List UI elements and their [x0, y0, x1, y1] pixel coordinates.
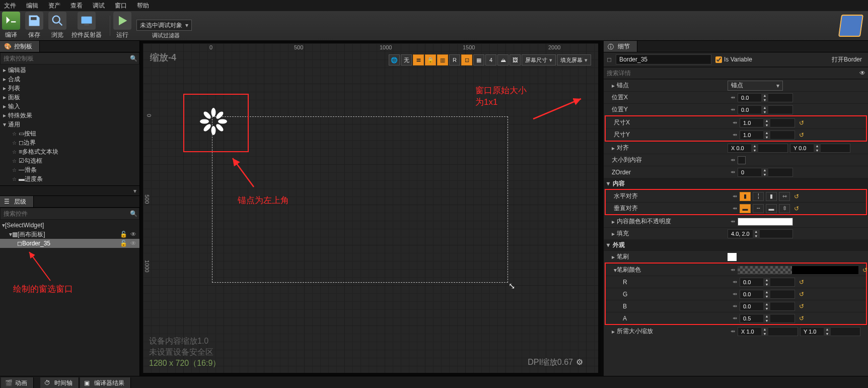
sizey-input[interactable]: 1.0▲▼ — [740, 131, 795, 140]
pin-icon[interactable]: ⇴ — [730, 132, 740, 138]
pin-icon[interactable]: ⇴ — [730, 315, 740, 321]
item-progress[interactable]: ☆▬ 进度条 — [0, 174, 139, 183]
menu-file[interactable]: 文件 — [4, 2, 16, 10]
content-color-swatch[interactable] — [738, 218, 793, 226]
vp-snap-button[interactable]: ▥ — [437, 54, 448, 66]
reset-icon[interactable]: ↺ — [799, 119, 804, 126]
eye-icon[interactable]: 👁 — [130, 231, 136, 238]
compiler-tab[interactable]: ▣编译器结果 — [80, 377, 131, 388]
hierarchy-search-input[interactable] — [1, 210, 128, 217]
run-button[interactable]: 运行 — [113, 12, 131, 39]
anchor-combo[interactable]: 锚点 — [728, 81, 783, 91]
drawscale-y-input[interactable]: Y 1.0▲▼ — [800, 327, 860, 336]
debug-target-combo[interactable]: 未选中调试对象 — [136, 20, 192, 31]
stc-checkbox[interactable] — [738, 156, 746, 164]
eye-icon[interactable]: 👁 — [130, 240, 136, 247]
valign-fill-button[interactable]: ⇳ — [779, 204, 790, 213]
reset-icon[interactable]: ↺ — [799, 291, 804, 298]
vp-r-button[interactable]: R — [449, 54, 460, 66]
lock-icon[interactable]: 🔓 — [120, 240, 127, 247]
pin-icon[interactable]: ⇴ — [730, 205, 740, 212]
halign-left-button[interactable]: ▮ — [740, 192, 751, 201]
brushcolor-swatch[interactable] — [738, 266, 858, 274]
is-variable-checkbox[interactable]: Is Variable — [715, 56, 752, 63]
drawscale-x-input[interactable]: X 1.0▲▼ — [738, 327, 798, 336]
sizex-input[interactable]: 1.0▲▼ — [740, 118, 795, 127]
pin-icon[interactable]: ⇴ — [730, 303, 740, 309]
reflector-button[interactable]: 控件反射器 — [71, 12, 102, 39]
cat-content[interactable]: ▾内容 — [604, 178, 868, 189]
menu-asset[interactable]: 资产 — [48, 2, 60, 10]
valign-bottom-button[interactable]: ▬ — [766, 204, 777, 213]
lock-icon[interactable]: 🔓 — [120, 231, 127, 238]
item-border[interactable]: ☆◻ 边界 — [0, 138, 139, 147]
pin-icon[interactable]: ⇴ — [730, 119, 740, 126]
a-input[interactable]: 0.5▲▼ — [740, 314, 795, 323]
hierarchy-tab[interactable]: ☰ 层级 — [0, 196, 34, 207]
details-tab[interactable]: ⓘ 细节 — [604, 41, 637, 52]
reset-icon[interactable]: ↺ — [799, 315, 804, 322]
brush-swatch[interactable] — [728, 253, 737, 261]
palette-tab[interactable]: 🎨 控制板 — [0, 41, 40, 52]
g-input[interactable]: 0.0▲▼ — [740, 290, 795, 299]
valign-center-button[interactable]: ╌ — [753, 204, 764, 213]
halign-right-button[interactable]: ▮ — [766, 192, 777, 201]
menu-help[interactable]: 帮助 — [137, 2, 149, 10]
pin-icon[interactable]: ⇴ — [728, 94, 738, 101]
halign-fill-button[interactable]: ⇿ — [779, 192, 790, 201]
menu-window[interactable]: 窗口 — [115, 2, 127, 10]
reset-icon[interactable]: ↺ — [794, 205, 799, 212]
item-slider[interactable]: ☆— 滑条 — [0, 165, 139, 174]
b-input[interactable]: 0.0▲▼ — [740, 302, 795, 311]
item-richtext[interactable]: ☆≡ 多格式文本块 — [0, 147, 139, 156]
aligny-input[interactable]: Y 0.0▲▼ — [790, 144, 850, 153]
widget-name-input[interactable] — [616, 54, 711, 64]
reset-icon[interactable]: ↺ — [862, 267, 867, 274]
vp-grid2-button[interactable]: ▦ — [473, 54, 484, 66]
posx-input[interactable]: 0.0▲▼ — [738, 93, 793, 102]
reset-icon[interactable]: ↺ — [799, 279, 804, 286]
cat-panel[interactable]: ▸面板 — [0, 93, 139, 102]
pin-icon[interactable]: ⇴ — [730, 193, 740, 200]
pin-icon[interactable]: ⇴ — [730, 279, 740, 285]
vp-fillscreen-combo[interactable]: 填充屏幕 — [557, 54, 591, 66]
reset-icon[interactable]: ↺ — [799, 303, 804, 310]
vp-grid-button[interactable]: 〓 — [413, 54, 424, 66]
vp-screensize-combo[interactable]: 屏幕尺寸 — [522, 54, 556, 66]
viewport[interactable]: 0 500 1000 1500 2000 0 500 1000 缩放-4 🌐 无… — [143, 43, 598, 373]
vp-nodebug-button[interactable]: 无 — [401, 54, 412, 66]
pin-icon[interactable]: ⇴ — [730, 291, 740, 297]
vp-language-button[interactable]: 🌐 — [389, 54, 400, 66]
vp-clip-button[interactable]: ⛰ — [497, 54, 509, 66]
menu-edit[interactable]: 编辑 — [26, 2, 38, 10]
cat-appear[interactable]: ▾外观 — [604, 239, 868, 250]
vp-number-button[interactable]: 4 — [485, 54, 496, 66]
alignx-input[interactable]: X 0.0▲▼ — [728, 144, 788, 153]
vp-image-button[interactable]: 🖼 — [510, 54, 521, 66]
browse-button[interactable]: 浏览 — [48, 12, 66, 39]
save-button[interactable]: 保存 — [25, 12, 43, 39]
item-button[interactable]: ☆▭ 按钮 — [0, 129, 139, 138]
pin-icon[interactable]: ⇴ — [728, 218, 738, 225]
cat-fx[interactable]: ▸特殊效果 — [0, 111, 139, 120]
eye-icon[interactable]: 👁 — [857, 68, 868, 79]
gear-icon[interactable]: ⚙ — [576, 358, 583, 366]
compile-button[interactable]: 编译 — [2, 12, 20, 39]
palette-dropdown-icon[interactable]: ▾ — [133, 187, 136, 195]
pin-icon[interactable]: ⇴ — [728, 106, 738, 113]
cat-common[interactable]: ▾通用 — [0, 120, 139, 129]
pin-icon[interactable]: ⇴ — [728, 169, 738, 175]
pin-icon[interactable]: ⇴ — [728, 328, 738, 335]
zorder-input[interactable]: 0▲▼ — [738, 168, 793, 177]
menu-view[interactable]: 查看 — [70, 2, 83, 10]
halign-center-button[interactable]: ╎ — [753, 192, 764, 201]
details-search-input[interactable] — [604, 70, 857, 77]
pin-icon[interactable]: ⇴ — [728, 267, 738, 273]
palette-search-input[interactable] — [1, 55, 128, 62]
cat-input[interactable]: ▸输入 — [0, 102, 139, 111]
hier-border[interactable]: ◻ Border_35🔓👁 — [0, 239, 139, 248]
menu-debug[interactable]: 调试 — [93, 2, 105, 10]
vp-lock-button[interactable]: 🔒 — [425, 54, 436, 66]
cat-editor[interactable]: ▸编辑器 — [0, 66, 139, 75]
r-input[interactable]: 0.0▲▼ — [740, 278, 795, 287]
